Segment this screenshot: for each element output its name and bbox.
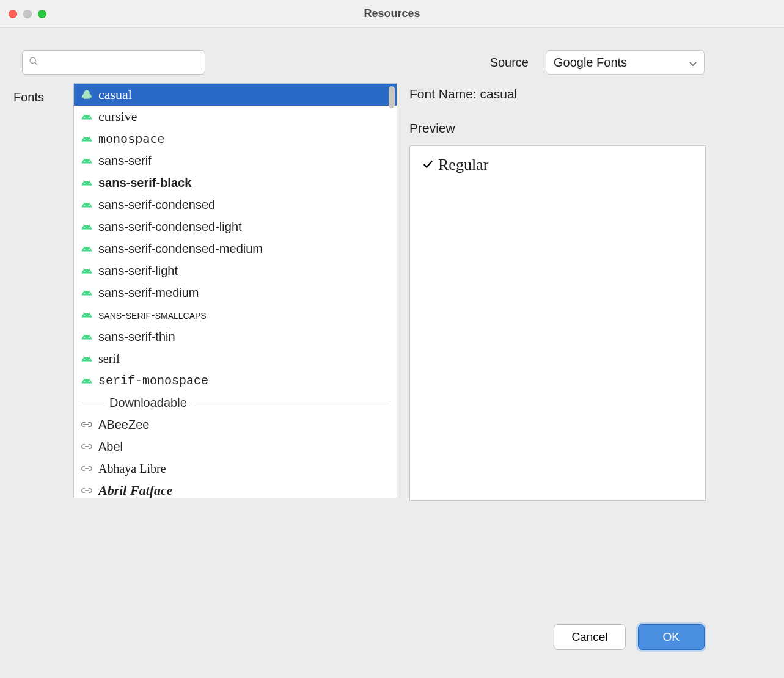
font-item-label: serif: [98, 352, 120, 366]
window-titlebar: Resources: [0, 0, 784, 28]
preview-style-label: Regular: [438, 156, 488, 174]
font-name-label: Font Name:: [409, 87, 480, 101]
chevron-down-icon: [689, 56, 697, 70]
font-item-label: Abel: [98, 440, 123, 454]
font-list-item-casual[interactable]: casual: [74, 84, 397, 106]
detail-panel: Font Name: casual Preview Regular: [409, 83, 706, 501]
android-icon: [81, 243, 92, 254]
font-list-item[interactable]: Abel: [74, 436, 397, 457]
ok-button[interactable]: OK: [638, 624, 705, 650]
font-list-item[interactable]: sans-serif-condensed-medium: [74, 238, 397, 260]
font-item-label: sans-serif-thin: [98, 330, 175, 344]
font-name-row: Font Name: casual: [409, 87, 706, 101]
font-list-item[interactable]: Abril Fatface: [74, 479, 397, 498]
android-icon: [81, 177, 92, 188]
font-list-item[interactable]: sans-serif-condensed-light: [74, 216, 397, 238]
font-item-label: ABeeZee: [98, 418, 149, 432]
source-label: Source: [490, 56, 529, 70]
preview-box: Regular: [409, 145, 706, 501]
android-icon: [81, 353, 92, 364]
close-window-button[interactable]: [9, 10, 17, 18]
font-item-label: sans-serif-medium: [98, 286, 199, 300]
android-icon: [81, 133, 92, 144]
android-icon: [81, 265, 92, 276]
android-icon: [81, 375, 92, 386]
font-list-item[interactable]: serif: [74, 348, 397, 370]
font-item-label: sans-serif-condensed-light: [98, 220, 242, 234]
dialog-buttons: Cancel OK: [554, 624, 705, 650]
font-item-label: serif-monospace: [98, 374, 208, 388]
font-list-item[interactable]: cursive: [74, 106, 397, 128]
zoom-window-button[interactable]: [38, 10, 46, 18]
source-dropdown-value: Google Fonts: [554, 56, 627, 70]
downloadable-divider: Downloadable: [74, 392, 397, 414]
fonts-section-label: Fonts: [13, 83, 61, 501]
link-icon: [81, 465, 92, 472]
preview-style-item[interactable]: Regular: [422, 156, 693, 174]
font-name-value: casual: [480, 87, 518, 101]
font-list-item[interactable]: sans-serif-medium: [74, 282, 397, 304]
scrollbar-thumb[interactable]: [389, 86, 395, 108]
svg-line-1: [35, 62, 37, 65]
android-icon: [81, 111, 92, 122]
font-item-label: sans-serif-black: [98, 176, 191, 190]
font-list-item[interactable]: sans-serif-black: [74, 172, 397, 194]
svg-point-0: [30, 57, 35, 63]
font-item-label: sans-serif-smallcaps: [98, 308, 207, 322]
android-icon: [81, 89, 92, 100]
link-icon: [81, 443, 92, 450]
font-list-item[interactable]: sans-serif-light: [74, 260, 397, 282]
link-icon: [81, 421, 92, 428]
font-item-label: casual: [98, 87, 132, 103]
font-item-label: sans-serif-light: [98, 264, 178, 278]
link-icon: [81, 487, 92, 494]
source-dropdown[interactable]: Google Fonts: [546, 50, 705, 75]
minimize-window-button[interactable]: [23, 10, 32, 18]
font-item-label: cursive: [98, 109, 137, 125]
search-field[interactable]: [22, 50, 205, 75]
cancel-button[interactable]: Cancel: [554, 624, 625, 650]
font-item-label: Abhaya Libre: [98, 462, 166, 476]
font-item-label: Abril Fatface: [98, 483, 173, 498]
font-list-item[interactable]: ABeeZee: [74, 414, 397, 436]
font-item-label: monospace: [98, 131, 164, 146]
android-icon: [81, 309, 92, 320]
toolbar: Source Google Fonts: [0, 28, 784, 83]
font-list-item[interactable]: sans-serif: [74, 150, 397, 172]
android-icon: [81, 221, 92, 232]
font-list[interactable]: casual cursive monospace sans-serif sans…: [73, 83, 397, 498]
font-item-label: sans-serif-condensed: [98, 198, 215, 212]
search-input[interactable]: [42, 56, 199, 68]
font-list-item[interactable]: monospace: [74, 128, 397, 150]
android-icon: [81, 287, 92, 298]
search-icon: [29, 56, 38, 68]
android-icon: [81, 331, 92, 342]
font-list-item[interactable]: Abhaya Libre: [74, 457, 397, 479]
font-item-label: sans-serif: [98, 154, 152, 168]
android-icon: [81, 199, 92, 210]
preview-label: Preview: [409, 121, 706, 136]
font-item-label: sans-serif-condensed-medium: [98, 242, 263, 256]
font-list-item[interactable]: sans-serif-thin: [74, 326, 397, 348]
window-title: Resources: [364, 7, 420, 20]
checkmark-icon: [422, 156, 433, 174]
android-icon: [81, 155, 92, 166]
window-controls: [9, 10, 46, 18]
font-list-item[interactable]: sans-serif-condensed: [74, 194, 397, 216]
font-list-item[interactable]: sans-serif-smallcaps: [74, 304, 397, 326]
font-list-item[interactable]: serif-monospace: [74, 370, 397, 392]
